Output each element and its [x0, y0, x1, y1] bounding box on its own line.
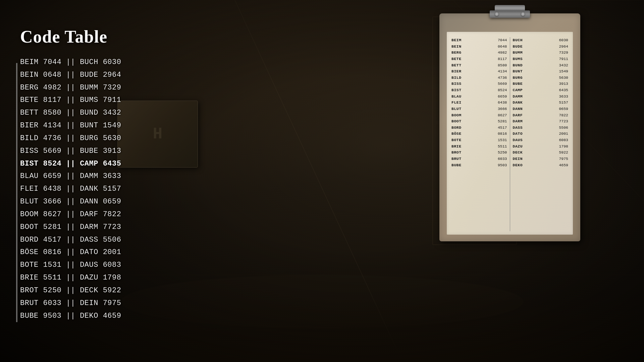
paper-word: BUND [513, 62, 523, 69]
paper-num: 3633 [555, 94, 568, 100]
paper-num: 5922 [555, 149, 568, 156]
paper-num: 6659 [494, 94, 507, 100]
paper-word: BORD [451, 125, 462, 131]
paper-word: BLAU [451, 94, 462, 100]
paper-num: 4982 [494, 50, 507, 56]
clip-mid [490, 10, 530, 18]
clipboard-paper: BEIM7044BEIN0648BERG4982BETE8117BETT8580… [447, 32, 573, 235]
paper-row: BUBE9503 [451, 162, 507, 169]
code-list-item: BERG 4982 || BUMM 7329 [20, 81, 121, 94]
code-list-item: BRIE 5511 || DAZU 1798 [20, 272, 121, 284]
paper-num: 4517 [494, 125, 507, 131]
paper-word: BUMS [513, 56, 523, 62]
paper-row: BIST8524 [451, 87, 507, 94]
paper-row: BISS5669 [451, 81, 507, 87]
paper-row: BETE8117 [451, 56, 507, 62]
paper-num: 5157 [555, 100, 568, 106]
code-list-item: BEIN 0648 || BUDE 2964 [20, 69, 121, 81]
paper-num: 8580 [494, 62, 507, 69]
paper-num: 3666 [494, 106, 507, 112]
paper-row: BUND3432 [513, 62, 569, 69]
paper-right-col: BUCH6030BUDE2964BUMM7329BUMS7911BUND3432… [510, 37, 570, 231]
page-title: Code Table [20, 27, 121, 47]
paper-row: DEKO4659 [513, 162, 569, 169]
paper-num: 6435 [555, 87, 568, 94]
paper-word: DAMM [513, 94, 523, 100]
paper-num: 6083 [555, 137, 568, 143]
paper-word: BETE [451, 56, 462, 62]
paper-row: DANK5157 [513, 100, 569, 106]
paper-num: 7975 [555, 156, 568, 162]
clipboard-board: BEIM7044BEIN0648BERG4982BETE8117BETT8580… [439, 13, 580, 241]
paper-word: BUBE [513, 81, 523, 87]
code-list-item: BUBE 9503 || DEKO 4659 [20, 310, 121, 322]
paper-row: BUBE3913 [513, 81, 569, 87]
paper-word: BERG [451, 50, 462, 56]
paper-row: DAZU1798 [513, 143, 569, 150]
paper-num: 3913 [555, 81, 568, 87]
code-list-item: BOOM 8627 || DARF 7822 [20, 208, 121, 221]
paper-word: BUMM [513, 50, 523, 56]
paper-word: BRIE [451, 143, 462, 150]
code-list-item: BLUT 3666 || DANN 0659 [20, 195, 121, 208]
paper-row: BEIM7044 [451, 37, 507, 44]
paper-row: BERG4982 [451, 50, 507, 56]
paper-num: 4736 [494, 75, 507, 81]
paper-word: BEIM [451, 37, 462, 44]
paper-num: 5506 [555, 125, 568, 131]
paper-word: CAMP [513, 87, 523, 94]
paper-word: BILD [451, 75, 462, 81]
paper-word: BUBE [451, 162, 462, 169]
paper-row: BLAU6659 [451, 94, 507, 100]
paper-row: DECK5922 [513, 149, 569, 156]
paper-num: 5511 [494, 143, 507, 150]
paper-word: BETT [451, 62, 462, 69]
paper-row: BUNT1549 [513, 68, 569, 75]
paper-columns: BEIM7044BEIN0648BERG4982BETE8117BETT8580… [450, 37, 570, 231]
paper-word: BIST [451, 87, 462, 94]
left-bar-decoration [16, 63, 17, 322]
paper-row: BRIE5511 [451, 143, 507, 150]
paper-row: BLUT3666 [451, 106, 507, 112]
paper-word: FLEI [451, 100, 462, 106]
paper-row: DAMM3633 [513, 94, 569, 100]
code-list-item: BORD 4517 || DASS 5506 [20, 234, 121, 246]
paper-row: DARF7822 [513, 112, 569, 119]
paper-word: BISS [451, 81, 462, 87]
paper-row: BUMS7911 [513, 56, 569, 62]
paper-row: FLEI6438 [451, 100, 507, 106]
paper-num: 8627 [494, 112, 507, 119]
paper-word: BUCH [513, 37, 523, 44]
paper-num: 5630 [555, 75, 568, 81]
paper-row: BEIN0648 [451, 44, 507, 50]
paper-word: DANN [513, 106, 523, 112]
paper-word: DAUS [513, 137, 523, 143]
equipment-silhouette [117, 101, 218, 194]
code-list-item: BOTE 1531 || DAUS 6083 [20, 259, 121, 272]
code-list: BEIM 7044 || BUCH 6030BEIN 0648 || BUDE … [20, 56, 121, 322]
paper-word: BURG [513, 75, 523, 81]
paper-num: 2964 [555, 44, 568, 50]
paper-word: DARF [513, 112, 523, 119]
paper-row: BUDE2964 [513, 44, 569, 50]
paper-num: 0659 [555, 106, 568, 112]
paper-row: DEIN7975 [513, 156, 569, 162]
paper-num: 5281 [494, 118, 507, 125]
code-list-item: BEIM 7044 || BUCH 6030 [20, 56, 121, 69]
paper-num: 7044 [494, 37, 507, 44]
code-list-item: BROT 5250 || DECK 5922 [20, 284, 121, 297]
paper-word: BOOM [451, 112, 462, 119]
paper-word: BUNT [513, 68, 523, 75]
code-list-item: BETE 8117 || BUMS 7911 [20, 94, 121, 107]
paper-word: BIER [451, 68, 462, 75]
paper-num: 9503 [494, 162, 507, 169]
code-list-item: BIER 4134 || BUNT 1549 [20, 119, 121, 132]
code-list-item: BILD 4736 || BURG 5630 [20, 132, 121, 145]
code-table-panel: Code Table BEIM 7044 || BUCH 6030BEIN 06… [20, 27, 121, 322]
paper-row: BURG5630 [513, 75, 569, 81]
paper-row: BETT8580 [451, 62, 507, 69]
paper-num: 6033 [494, 156, 507, 162]
paper-row: BÖSE0816 [451, 131, 507, 137]
paper-num: 4659 [555, 162, 568, 169]
paper-num: 0648 [494, 44, 507, 50]
